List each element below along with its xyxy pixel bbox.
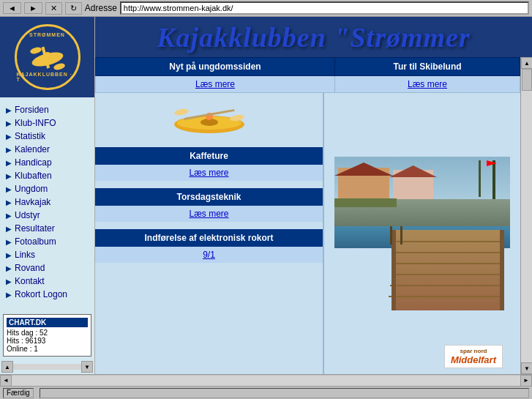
horizontal-scrollbar: ◄ ► (0, 374, 532, 386)
status-zone (40, 388, 529, 398)
sidebar-label-klubaften: Klubaften (15, 171, 52, 181)
content-with-image: Kaffeture Læs mere Torsdagsteknik Læs me… (95, 93, 520, 374)
logo-kayak-svg (26, 39, 70, 75)
nav-arrow-udstyr: ▶ (6, 212, 12, 220)
chart-online: Online : 1 (7, 345, 88, 353)
sidebar-item-statistik[interactable]: ▶ Statistik (3, 130, 91, 143)
sidebar-item-resultater[interactable]: ▶ Resultater (3, 222, 91, 235)
sidebar-label-rokort-logon: Rokort Logon (15, 289, 67, 299)
sidebar-label-statistik: Statistik (15, 131, 45, 141)
sidebar-item-klub-info[interactable]: ▶ Klub-INFO (3, 116, 91, 130)
site-header: Kajakklubben "Strømmer (95, 17, 532, 57)
news-col2-header: Tur til Skibelund (335, 58, 520, 76)
chart-box: CHART.DK Hits dag : 52 Hits : 96193 Onli… (3, 314, 91, 357)
refresh-button[interactable]: ↻ (65, 2, 82, 15)
svg-point-2 (29, 46, 42, 55)
news-col1-header: Nyt på ungdomssiden (96, 58, 335, 76)
browser-toolbar: ◄ ► ✕ ↻ Adresse (0, 0, 532, 17)
sidebar-label-kalender: Kalender (15, 144, 50, 154)
sidebar-label-fotoalbum: Fotoalbum (15, 236, 56, 247)
back-button[interactable]: ◄ (3, 2, 21, 14)
nav-arrow-kontakt: ▶ (6, 277, 12, 286)
sidebar-item-havkajak[interactable]: ▶ Havkajak (3, 195, 91, 209)
sidebar-label-handicap: Handicap (15, 157, 52, 168)
nav-arrow-kalender: ▶ (6, 146, 12, 154)
stop-button[interactable]: ✕ (45, 2, 62, 15)
sidebar-item-handicap[interactable]: ▶ Handicap (3, 156, 91, 169)
nav-arrow-rovand: ▶ (6, 264, 12, 272)
sidebar-item-rovand[interactable]: ▶ Rovand (3, 261, 91, 275)
right-photo-col: spar nord Middelfart (323, 93, 520, 374)
sidebar-item-udstyr[interactable]: ▶ Udstyr (3, 209, 91, 222)
svg-point-10 (173, 108, 189, 116)
nav-arrow-resultater: ▶ (6, 225, 12, 233)
sidebar-item-rokort-logon[interactable]: ▶ Rokort Logon (3, 288, 91, 301)
sidebar-item-ungdom[interactable]: ▶ Ungdom (3, 182, 91, 195)
torsdagsteknik-link-anchor[interactable]: Læs mere (189, 209, 228, 219)
news-col2-link-anchor[interactable]: Læs mere (408, 79, 447, 89)
nav-arrow-fotoalbum: ▶ (6, 238, 12, 246)
kaffeture-header: Kaffeture (95, 147, 323, 165)
sidebar-item-fotoalbum[interactable]: ▶ Fotoalbum (3, 235, 91, 248)
nav-arrow-forsiden: ▶ (6, 106, 12, 114)
sparnord-banner: spar nord Middelfart (444, 345, 503, 368)
sparnord-top-text: spar nord (460, 348, 487, 354)
news-col1-link-anchor[interactable]: Læs mere (195, 79, 235, 89)
logo-text-bottom: KAJAKKLUBBEN · T (17, 72, 78, 82)
news-link-row: Læs mere Læs mere (96, 76, 520, 93)
sparnord-bottom-text: Middelfart (451, 354, 496, 365)
rokort-link-anchor[interactable]: 9/1 (203, 250, 215, 260)
rokort-link[interactable]: 9/1 (95, 247, 323, 263)
main-content: Kajakklubben "Strømmer Nyt på ungdomssid… (95, 17, 532, 374)
sidebar-scroll-down[interactable]: ▼ (81, 361, 93, 373)
sidebar: STRØMMEN KAJAKKLUBBEN · T (0, 17, 95, 374)
scroll-right-button[interactable]: ► (520, 375, 532, 387)
scroll-down-button[interactable]: ▼ (521, 362, 532, 374)
address-input[interactable] (120, 1, 529, 15)
rokort-header: Indførelse af elektronisk rokort (95, 229, 323, 247)
news-col1-link[interactable]: Læs mere (96, 76, 335, 93)
nav-arrow-ungdom: ▶ (6, 185, 12, 193)
logo-area: STRØMMEN KAJAKKLUBBEN · T (0, 17, 94, 97)
nav-arrow-handicap: ▶ (6, 159, 12, 167)
nav-arrow-havkajak: ▶ (6, 198, 12, 206)
address-label: Adresse (85, 3, 117, 13)
forward-button[interactable]: ► (24, 2, 42, 14)
sidebar-label-kontakt: Kontakt (15, 276, 45, 286)
nav-arrow-rokort-logon: ▶ (6, 291, 12, 299)
kaffeture-link-anchor[interactable]: Læs mere (189, 168, 228, 178)
scroll-track[interactable] (521, 69, 532, 362)
address-bar: Adresse (85, 1, 529, 15)
sidebar-item-kontakt[interactable]: ▶ Kontakt (3, 275, 91, 288)
sidebar-label-udstyr: Udstyr (15, 210, 40, 220)
left-col: Kaffeture Læs mere Torsdagsteknik Læs me… (95, 93, 323, 374)
vertical-scrollbar: ▲ ▼ (520, 57, 532, 374)
torsdagsteknik-link[interactable]: Læs mere (95, 206, 323, 222)
site-photo (334, 157, 510, 310)
sidebar-item-links[interactable]: ▶ Links (3, 248, 91, 261)
sidebar-item-forsiden[interactable]: ▶ Forsiden (3, 103, 91, 116)
sidebar-label-forsiden: Forsiden (15, 105, 49, 115)
scroll-up-button[interactable]: ▲ (521, 57, 532, 69)
kayak-image-area (95, 93, 323, 147)
chart-hits-day: Hits dag : 52 (7, 329, 88, 337)
svg-point-4 (45, 52, 50, 58)
svg-point-3 (53, 62, 66, 71)
scroll-thumb[interactable] (522, 69, 532, 91)
sidebar-label-links: Links (15, 250, 35, 260)
scroll-left-button[interactable]: ◄ (0, 375, 12, 387)
h-scroll-track[interactable] (12, 376, 520, 386)
nav-arrow-klub-info: ▶ (6, 119, 12, 127)
sidebar-label-resultater: Resultater (15, 223, 55, 234)
nav-arrow-links: ▶ (6, 251, 12, 259)
club-logo: STRØMMEN KAJAKKLUBBEN · T (15, 24, 80, 90)
torsdagsteknik-header: Torsdagsteknik (95, 188, 323, 206)
kayak-illustration (169, 99, 250, 139)
sidebar-item-kalender[interactable]: ▶ Kalender (3, 143, 91, 156)
sidebar-scroll-up[interactable]: ▲ (1, 361, 13, 373)
kaffeture-link[interactable]: Læs mere (95, 165, 323, 181)
news-col2-link[interactable]: Læs mere (335, 76, 520, 93)
sidebar-item-klubaften[interactable]: ▶ Klubaften (3, 169, 91, 182)
sidebar-label-havkajak: Havkajak (15, 197, 50, 207)
status-bar: Færdig (0, 386, 532, 399)
